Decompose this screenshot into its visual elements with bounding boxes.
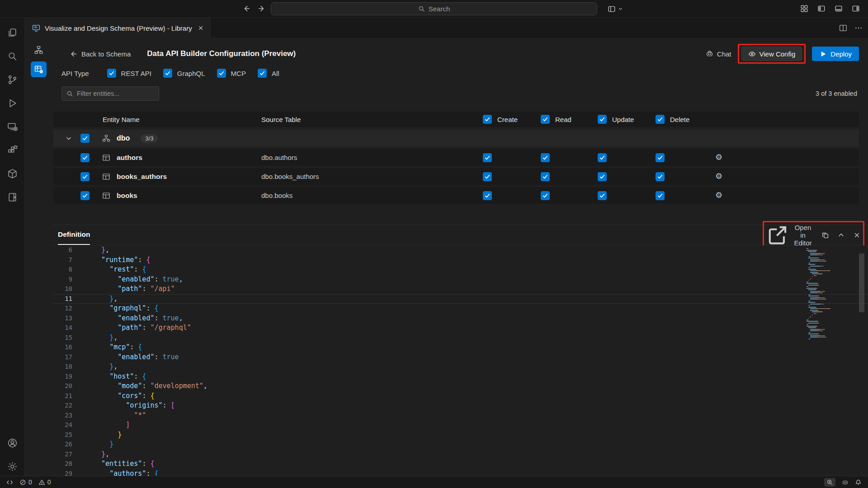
api-type-option[interactable]: REST API: [107, 69, 151, 78]
nav-forward-icon[interactable]: [256, 3, 268, 14]
more-actions-icon[interactable]: [854, 24, 863, 32]
crud-checkbox[interactable]: [541, 153, 550, 162]
customize-layout-icon[interactable]: [798, 3, 810, 14]
filter-input[interactable]: [77, 90, 154, 97]
api-type-option[interactable]: GraphQL: [163, 69, 205, 78]
search-input[interactable]: Search: [271, 2, 597, 15]
api-type-checkbox[interactable]: [217, 69, 226, 78]
chat-layout-widget[interactable]: [605, 3, 626, 15]
row-settings-gear-icon[interactable]: ⚙: [715, 172, 722, 181]
minimap-line: [805, 330, 855, 331]
settings-gear-icon[interactable]: [3, 457, 22, 476]
line-content: "authors": {: [76, 469, 159, 476]
copilot-status-icon[interactable]: [842, 479, 849, 486]
split-editor-icon[interactable]: [839, 24, 847, 32]
crud-header-checkbox[interactable]: [483, 115, 492, 124]
tab-visualize-schema[interactable]: Visualize and Design Schema (Preview) - …: [25, 18, 211, 38]
crud-header-checkbox[interactable]: [656, 115, 665, 124]
crud-header-checkbox[interactable]: [598, 115, 607, 124]
errors-indicator[interactable]: 0: [19, 479, 32, 486]
line-content: "graphql": {: [76, 304, 159, 314]
extensions-icon[interactable]: [3, 141, 22, 160]
crud-header-checkbox[interactable]: [541, 115, 550, 124]
view-config-button[interactable]: View Config: [741, 47, 802, 61]
copy-icon[interactable]: [821, 231, 829, 239]
collapse-chevron-up-icon[interactable]: [837, 231, 845, 239]
api-type-options: REST APIGraphQLMCPAll: [107, 69, 279, 78]
nav-back-icon[interactable]: [241, 3, 252, 14]
minimap-line: [805, 324, 855, 325]
row-checkbox[interactable]: [80, 172, 90, 181]
search-sidebar-icon[interactable]: [3, 47, 22, 66]
visualize-schema-button[interactable]: [31, 42, 47, 58]
statusbar-left: 0 0: [6, 479, 51, 486]
source-control-icon[interactable]: [3, 70, 22, 89]
sql-server-icon[interactable]: [3, 188, 22, 206]
crud-checkbox[interactable]: [541, 172, 550, 181]
api-type-checkbox[interactable]: [258, 69, 267, 78]
warnings-indicator[interactable]: 0: [38, 479, 51, 486]
search-icon: [66, 90, 73, 97]
crud-checkbox[interactable]: [598, 172, 607, 181]
line-content: "entities": {: [76, 459, 154, 469]
api-type-checkbox[interactable]: [107, 69, 116, 78]
filter-entities-input[interactable]: [61, 86, 159, 101]
crud-checkbox[interactable]: [598, 153, 607, 162]
api-type-option-label: All: [272, 70, 279, 77]
crud-cell: [656, 153, 714, 162]
remote-explorer-icon[interactable]: [3, 117, 22, 136]
line-number: 28: [52, 459, 76, 469]
tab-close-icon[interactable]: ×: [198, 24, 203, 32]
crud-checkbox[interactable]: [656, 191, 665, 200]
schema-group-row[interactable]: dbo3/3: [53, 130, 859, 147]
remote-indicator-icon[interactable]: [6, 479, 13, 486]
toggle-secondary-sidebar-icon[interactable]: [850, 3, 862, 14]
minimap-line: [805, 316, 855, 317]
schema-icon: [102, 134, 110, 142]
database-projects-icon[interactable]: [3, 164, 22, 183]
crud-checkbox[interactable]: [656, 153, 665, 162]
data-api-builder-button[interactable]: [31, 61, 47, 77]
crud-checkbox[interactable]: [483, 153, 492, 162]
code-line: 9 "enabled": true,: [52, 275, 868, 285]
minimap-line: [805, 289, 855, 290]
notifications-bell-icon[interactable]: [855, 479, 862, 486]
code-editor[interactable]: 6 },7 "runtime": {8 "rest": {9 "enabled"…: [52, 245, 868, 476]
table-row[interactable]: books_authorsdbo.books_authors⚙: [53, 168, 859, 185]
run-debug-icon[interactable]: [3, 94, 22, 113]
group-checkbox[interactable]: [80, 134, 90, 143]
crud-checkbox[interactable]: [483, 172, 492, 181]
crud-checkbox[interactable]: [541, 191, 550, 200]
row-checkbox[interactable]: [80, 153, 90, 162]
zoom-icon[interactable]: [824, 478, 835, 487]
row-checkbox[interactable]: [80, 191, 90, 200]
minimap[interactable]: [805, 248, 855, 476]
explorer-icon[interactable]: [3, 23, 22, 42]
deploy-button[interactable]: Deploy: [812, 47, 859, 61]
crud-checkbox[interactable]: [598, 191, 607, 200]
chat-button[interactable]: Chat: [706, 50, 731, 58]
table-row[interactable]: booksdbo.books⚙: [53, 187, 859, 204]
crud-checkbox[interactable]: [483, 191, 492, 200]
chevron-down-icon[interactable]: [63, 135, 74, 142]
minimap-line: [805, 277, 855, 277]
toggle-primary-sidebar-icon[interactable]: [816, 3, 827, 14]
vertical-scrollbar[interactable]: [859, 253, 864, 312]
row-settings-gear-icon[interactable]: ⚙: [715, 153, 722, 162]
minimap-line: [805, 311, 855, 312]
line-content: },: [76, 294, 118, 304]
back-to-schema-link[interactable]: Back to Schema: [70, 50, 131, 58]
warnings-count: 0: [47, 479, 51, 486]
open-in-editor-button[interactable]: Open in Editor: [766, 224, 813, 247]
toggle-panel-icon[interactable]: [833, 3, 844, 14]
crud-header-cell: Read: [541, 115, 598, 124]
table-row[interactable]: authorsdbo.authors⚙: [53, 149, 859, 166]
code-line: 13 "enabled": true,: [52, 314, 868, 324]
api-type-option[interactable]: MCP: [217, 69, 246, 78]
row-settings-gear-icon[interactable]: ⚙: [715, 191, 722, 200]
accounts-icon[interactable]: [3, 433, 22, 452]
crud-checkbox[interactable]: [656, 172, 665, 181]
api-type-checkbox[interactable]: [163, 69, 172, 78]
close-icon[interactable]: [853, 231, 861, 239]
api-type-option[interactable]: All: [258, 69, 279, 78]
